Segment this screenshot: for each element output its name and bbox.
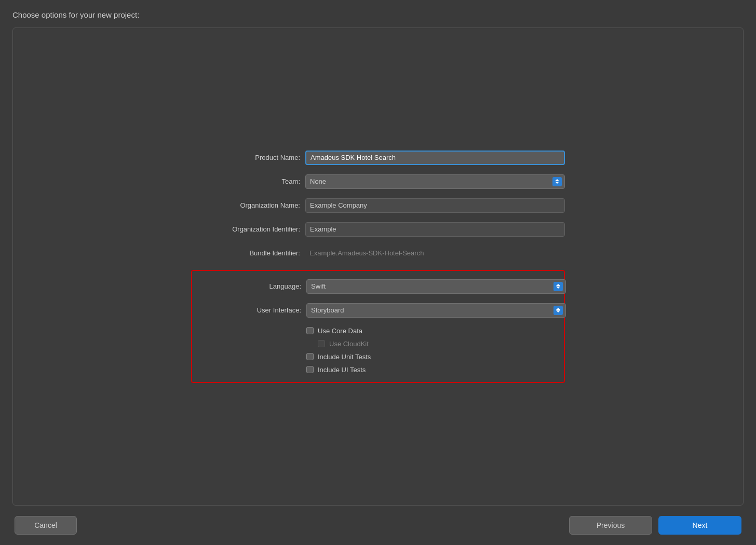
- form-container: Product Name: Team: None Personal Team O…: [191, 151, 565, 383]
- language-select-wrapper: Swift Objective-C: [306, 279, 566, 294]
- include-unit-tests-row[interactable]: Include Unit Tests: [306, 353, 566, 361]
- page-title: Choose options for your new project:: [12, 10, 744, 19]
- include-unit-tests-label: Include Unit Tests: [318, 353, 371, 361]
- include-ui-tests-row[interactable]: Include UI Tests: [306, 366, 566, 374]
- ui-select-wrapper: Storyboard SwiftUI: [306, 303, 566, 318]
- checkboxes-group: Use Core Data Use CloudKit Include Unit …: [306, 327, 566, 374]
- include-unit-tests-checkbox[interactable]: [306, 353, 314, 360]
- org-name-input[interactable]: [305, 198, 565, 213]
- org-name-label: Organization Name:: [191, 201, 305, 209]
- use-cloudkit-label: Use CloudKit: [329, 340, 369, 348]
- ui-select[interactable]: Storyboard SwiftUI: [306, 303, 566, 318]
- language-select[interactable]: Swift Objective-C: [306, 279, 566, 294]
- team-select[interactable]: None Personal Team: [305, 174, 565, 189]
- team-select-wrapper: None Personal Team: [305, 174, 565, 189]
- footer-right: Previous Next: [569, 516, 741, 535]
- product-name-label: Product Name:: [191, 154, 305, 161]
- team-label: Team:: [191, 178, 305, 185]
- cancel-button[interactable]: Cancel: [15, 516, 77, 535]
- use-core-data-row[interactable]: Use Core Data: [306, 327, 566, 335]
- previous-button[interactable]: Previous: [569, 516, 652, 535]
- footer: Cancel Previous Next: [12, 516, 744, 535]
- next-button[interactable]: Next: [658, 516, 741, 535]
- use-core-data-checkbox[interactable]: [306, 327, 314, 334]
- highlighted-section: Language: Swift Objective-C User Interfa…: [191, 270, 565, 383]
- bundle-identifier-input: [305, 246, 565, 261]
- include-ui-tests-label: Include UI Tests: [318, 366, 366, 374]
- product-name-input[interactable]: [305, 151, 565, 165]
- bundle-identifier-label: Bundle Identifier:: [191, 249, 305, 257]
- main-panel: Product Name: Team: None Personal Team O…: [12, 28, 744, 506]
- language-label: Language:: [192, 282, 306, 290]
- use-core-data-label: Use Core Data: [318, 327, 362, 335]
- user-interface-label: User Interface:: [192, 306, 306, 314]
- include-ui-tests-checkbox[interactable]: [306, 366, 314, 373]
- use-cloudkit-checkbox[interactable]: [318, 340, 325, 347]
- org-identifier-input[interactable]: [305, 222, 565, 237]
- org-identifier-label: Organization Identifier:: [191, 225, 305, 233]
- use-cloudkit-row[interactable]: Use CloudKit: [306, 340, 566, 348]
